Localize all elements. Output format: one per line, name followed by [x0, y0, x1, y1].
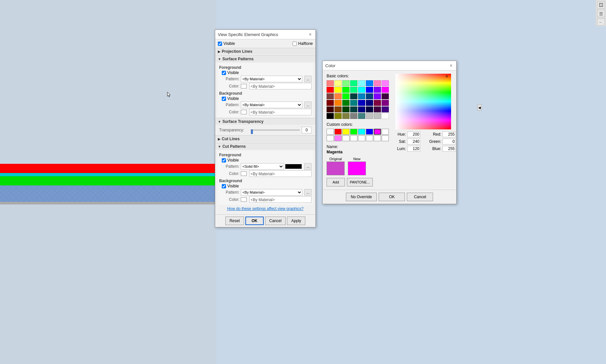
sat-input[interactable]: 240 — [407, 139, 420, 144]
visible-checkbox[interactable] — [218, 42, 222, 46]
custom-color-cell[interactable] — [366, 129, 373, 135]
basic-color-cell[interactable] — [358, 93, 365, 99]
color-close-button[interactable]: × — [448, 63, 454, 68]
blue-input[interactable]: 255 — [443, 146, 456, 152]
custom-color-cell[interactable] — [382, 129, 389, 135]
transparency-slider[interactable] — [251, 128, 300, 132]
toolbar-btn-2[interactable] — [597, 10, 605, 17]
basic-color-cell[interactable] — [327, 80, 334, 86]
cut-bg-visible-checkbox[interactable] — [222, 184, 226, 188]
basic-color-cell[interactable] — [358, 106, 365, 112]
lum-input[interactable]: 120 — [407, 146, 420, 152]
basic-color-cell[interactable] — [382, 93, 389, 99]
basic-color-cell[interactable] — [366, 80, 373, 86]
surface-fg-visible-checkbox[interactable] — [222, 71, 226, 75]
basic-color-cell[interactable] — [350, 113, 357, 119]
cut-bg-color-swatch[interactable] — [241, 197, 247, 202]
basic-color-cell[interactable] — [382, 100, 389, 106]
basic-color-cell[interactable] — [366, 113, 373, 119]
basic-color-cell[interactable] — [334, 106, 342, 112]
cancel-button[interactable]: Cancel — [265, 217, 286, 225]
basic-color-cell[interactable] — [327, 106, 334, 112]
basic-color-cell[interactable] — [374, 100, 381, 106]
color-ok-button[interactable]: OK — [379, 193, 405, 201]
custom-color-cell[interactable] — [334, 135, 342, 141]
basic-color-cell[interactable] — [334, 100, 342, 106]
transparency-value-input[interactable]: 0 — [302, 127, 312, 133]
custom-color-cell[interactable] — [374, 129, 381, 135]
help-link[interactable]: How do these settings affect view graphi… — [227, 206, 303, 211]
cut-fg-visible-checkbox[interactable] — [222, 158, 226, 163]
side-arrow[interactable]: ◀ — [477, 104, 482, 111]
surface-bg-color-swatch[interactable] — [241, 110, 247, 114]
basic-color-cell[interactable] — [342, 87, 350, 93]
green-input[interactable]: 0 — [443, 139, 456, 144]
cut-fg-pattern-dots-button[interactable]: ... — [304, 163, 312, 170]
cut-fg-color-swatch[interactable] — [241, 171, 247, 176]
custom-color-cell[interactable] — [342, 129, 350, 135]
basic-color-cell[interactable] — [334, 93, 342, 99]
basic-color-cell[interactable] — [374, 106, 381, 112]
custom-color-cell[interactable] — [382, 135, 389, 141]
ok-button[interactable]: OK — [245, 217, 264, 225]
basic-color-cell[interactable] — [327, 113, 334, 119]
toolbar-btn-1[interactable] — [597, 1, 605, 9]
basic-color-cell[interactable] — [382, 113, 389, 119]
custom-color-cell[interactable] — [358, 129, 365, 135]
basic-color-cell[interactable] — [366, 87, 373, 93]
basic-color-cell[interactable] — [382, 87, 389, 93]
basic-color-cell[interactable] — [366, 106, 373, 112]
basic-color-cell[interactable] — [366, 100, 373, 106]
hue-input[interactable]: 200 — [407, 131, 420, 137]
basic-color-cell[interactable] — [374, 113, 381, 119]
basic-color-cell[interactable] — [334, 113, 342, 119]
basic-color-cell[interactable] — [327, 93, 334, 99]
basic-color-cell[interactable] — [342, 80, 350, 86]
red-input[interactable]: 255 — [443, 131, 456, 137]
custom-color-cell[interactable] — [327, 135, 334, 141]
basic-color-cell[interactable] — [350, 106, 357, 112]
custom-color-cell[interactable] — [358, 135, 365, 141]
color-cancel-button[interactable]: Cancel — [407, 193, 433, 201]
cut-lines-header[interactable]: ▶ Cut Lines — [215, 135, 315, 142]
surface-fg-color-swatch[interactable] — [241, 84, 247, 88]
custom-color-cell[interactable] — [350, 135, 357, 141]
basic-color-cell[interactable] — [350, 87, 357, 93]
basic-color-cell[interactable] — [342, 100, 350, 106]
apply-button[interactable]: Apply — [287, 217, 305, 225]
visible-checkbox-label[interactable]: Visible — [218, 41, 235, 46]
color-spectrum[interactable] — [395, 74, 451, 129]
halftone-checkbox[interactable] — [293, 42, 297, 46]
toolbar-btn-3[interactable]: – — [597, 18, 605, 26]
basic-color-cell[interactable] — [342, 93, 350, 99]
basic-color-cell[interactable] — [334, 87, 342, 93]
reset-button[interactable]: Reset — [225, 217, 244, 225]
basic-color-cell[interactable] — [374, 80, 381, 86]
custom-color-cell[interactable] — [366, 135, 373, 141]
basic-color-cell[interactable] — [342, 113, 350, 119]
surface-fg-pattern-select[interactable]: <By Material> — [241, 76, 302, 82]
surface-bg-pattern-select[interactable]: <By Material> — [241, 102, 302, 108]
basic-color-cell[interactable] — [366, 93, 373, 99]
no-override-button[interactable]: No Override — [346, 193, 377, 201]
cut-patterns-header[interactable]: ▼ Cut Patterns — [215, 143, 315, 150]
cut-fg-pattern-select[interactable]: <Solid fill> — [241, 163, 284, 170]
basic-color-cell[interactable] — [350, 80, 357, 86]
basic-color-cell[interactable] — [358, 80, 365, 86]
basic-color-cell[interactable] — [382, 106, 389, 112]
add-button[interactable]: Add — [327, 178, 345, 186]
cut-bg-pattern-dots-button[interactable]: ... — [304, 189, 312, 196]
basic-color-cell[interactable] — [342, 106, 350, 112]
custom-color-cell[interactable] — [350, 129, 357, 135]
basic-color-cell[interactable] — [350, 100, 357, 106]
surface-bg-visible-checkbox[interactable] — [222, 97, 226, 101]
basic-color-cell[interactable] — [358, 87, 365, 93]
custom-color-cell[interactable] — [334, 129, 342, 135]
basic-color-cell[interactable] — [327, 87, 334, 93]
basic-color-cell[interactable] — [334, 80, 342, 86]
basic-color-cell[interactable] — [382, 80, 389, 86]
basic-color-cell[interactable] — [358, 100, 365, 106]
surface-transparency-header[interactable]: ▼ Surface Transparency — [215, 118, 315, 125]
basic-color-cell[interactable] — [358, 113, 365, 119]
halftone-checkbox-label[interactable]: Halftone — [293, 41, 313, 46]
